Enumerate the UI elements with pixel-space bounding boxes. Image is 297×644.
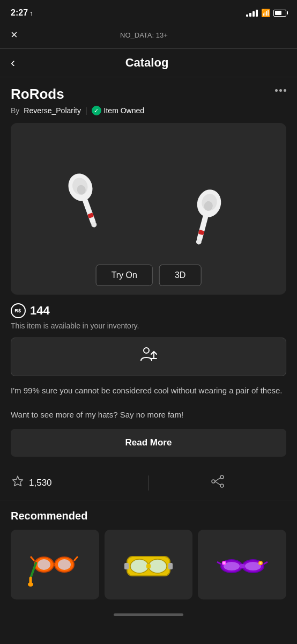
read-more-button[interactable]: Read More bbox=[11, 429, 286, 457]
close-button[interactable]: × bbox=[11, 28, 18, 42]
svg-line-26 bbox=[31, 557, 34, 561]
robux-icon: R$ bbox=[11, 303, 26, 318]
svg-line-43 bbox=[217, 562, 221, 564]
item-description: I'm 99% sure you cannot be considered co… bbox=[11, 385, 286, 421]
share-stat[interactable] bbox=[149, 474, 287, 492]
rec-item-2[interactable] bbox=[105, 530, 193, 599]
svg-rect-34 bbox=[146, 564, 151, 568]
svg-point-33 bbox=[148, 559, 167, 573]
image-buttons: Try On 3D bbox=[96, 265, 202, 286]
svg-point-46 bbox=[223, 562, 225, 564]
author-link[interactable]: Reverse_Polarity bbox=[24, 106, 81, 115]
price-row: R$ 144 bbox=[11, 303, 286, 318]
recommended-grid bbox=[11, 530, 286, 599]
svg-line-20 bbox=[215, 481, 220, 485]
inventory-text: This item is available in your inventory… bbox=[11, 321, 286, 330]
svg-rect-42 bbox=[240, 564, 245, 568]
item-image-svg bbox=[11, 139, 286, 279]
status-icons: 📶 bbox=[246, 9, 286, 17]
svg-point-16 bbox=[220, 475, 224, 479]
favorite-stat: 1,530 bbox=[11, 474, 148, 492]
svg-point-30 bbox=[28, 582, 33, 587]
svg-point-22 bbox=[38, 559, 50, 570]
rec-item-2-image bbox=[109, 533, 188, 596]
svg-point-18 bbox=[212, 480, 215, 483]
rec-item-1[interactable] bbox=[11, 530, 99, 599]
home-indicator bbox=[114, 613, 183, 616]
content-area: RoRods By Reverse_Polarity | ✓ Item Owne… bbox=[0, 77, 297, 465]
item-owned-badge: ✓ Item Owned bbox=[92, 106, 144, 115]
favorite-count: 1,530 bbox=[29, 478, 52, 488]
rec-item-3[interactable] bbox=[198, 530, 286, 599]
svg-point-17 bbox=[220, 484, 224, 487]
rec-item-3-image bbox=[203, 533, 282, 596]
svg-point-25 bbox=[58, 559, 71, 570]
item-header: RoRods bbox=[11, 86, 286, 103]
top-bar-label: NO_DATA: 13+ bbox=[120, 31, 168, 39]
share-icon bbox=[210, 474, 225, 492]
more-options-button[interactable] bbox=[275, 86, 286, 92]
svg-rect-36 bbox=[168, 563, 173, 569]
recommended-section: Recommended bbox=[0, 501, 297, 608]
svg-point-48 bbox=[259, 562, 262, 564]
svg-line-27 bbox=[74, 557, 78, 561]
location-icon: ↑ bbox=[29, 9, 33, 17]
meta-separator: | bbox=[85, 106, 87, 115]
equip-icon bbox=[139, 347, 158, 367]
3d-button[interactable]: 3D bbox=[159, 265, 201, 286]
top-bar: × NO_DATA: 13+ bbox=[0, 24, 297, 49]
recommended-title: Recommended bbox=[11, 510, 286, 522]
signal-icon bbox=[246, 10, 258, 17]
nav-title: Catalog bbox=[24, 56, 270, 70]
stats-row: 1,530 bbox=[0, 465, 297, 501]
svg-line-19 bbox=[215, 478, 220, 481]
status-bar: 2:27 ↑ 📶 bbox=[0, 0, 297, 24]
svg-rect-35 bbox=[124, 563, 129, 569]
wifi-icon: 📶 bbox=[261, 9, 270, 17]
item-meta: By Reverse_Polarity | ✓ Item Owned bbox=[11, 106, 286, 115]
back-button[interactable]: ‹ bbox=[11, 55, 15, 70]
owned-check-icon: ✓ bbox=[92, 106, 101, 115]
svg-line-28 bbox=[31, 563, 36, 578]
rec-item-1-image bbox=[15, 533, 94, 596]
item-image-container: Try On 3D bbox=[11, 123, 286, 295]
svg-line-44 bbox=[264, 562, 268, 564]
by-label: By bbox=[11, 106, 19, 115]
owned-label: Item Owned bbox=[104, 106, 144, 115]
price-amount: 144 bbox=[30, 304, 50, 318]
try-on-button[interactable]: Try On bbox=[96, 265, 153, 286]
svg-point-32 bbox=[130, 559, 148, 573]
item-title: RoRods bbox=[11, 86, 64, 103]
svg-point-13 bbox=[144, 348, 149, 353]
svg-rect-9 bbox=[196, 214, 209, 243]
svg-rect-3 bbox=[82, 197, 96, 225]
svg-text:R$: R$ bbox=[14, 308, 21, 313]
star-icon bbox=[11, 474, 25, 492]
bottom-indicator bbox=[0, 608, 297, 621]
battery-icon bbox=[273, 10, 286, 17]
equip-button[interactable] bbox=[11, 338, 286, 376]
status-time: 2:27 bbox=[11, 8, 28, 18]
nav-bar: ‹ Catalog bbox=[0, 49, 297, 77]
